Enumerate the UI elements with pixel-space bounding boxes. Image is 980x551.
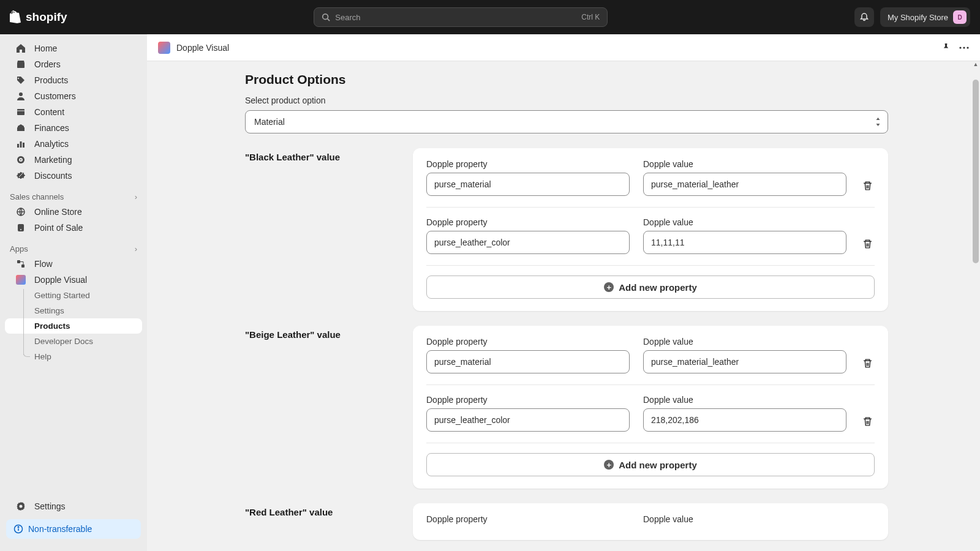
- more-icon: [959, 47, 969, 49]
- sidebar: Home Orders Products Customers Content F…: [0, 34, 147, 551]
- dopple-property-input[interactable]: [426, 408, 630, 432]
- trash-icon: [862, 416, 873, 427]
- shopify-bag-icon: [10, 10, 22, 24]
- svg-point-15: [20, 505, 23, 508]
- search-wrap: Search Ctrl K: [75, 7, 847, 27]
- scrollbar-thumb[interactable]: [973, 80, 979, 263]
- select-caret-icon: [875, 118, 881, 126]
- chevron-right-icon: ›: [135, 244, 137, 253]
- plus-circle-icon: +: [604, 460, 614, 470]
- marketing-icon: [15, 155, 27, 165]
- nav-finances[interactable]: Finances: [5, 120, 142, 136]
- section-heading: Product Options: [245, 70, 888, 96]
- svg-rect-6: [23, 143, 24, 148]
- delete-property-button[interactable]: [860, 358, 875, 373]
- value-title-red: "Red Leather" value: [245, 503, 398, 517]
- store-avatar: D: [953, 10, 967, 24]
- sub-settings[interactable]: Settings: [5, 303, 142, 318]
- svg-line-1: [328, 19, 330, 21]
- select-label: Select product option: [245, 96, 888, 105]
- finances-icon: [15, 123, 27, 133]
- main: Dopple Visual Product Options Select pro…: [147, 34, 980, 551]
- nav-discounts[interactable]: Discounts: [5, 168, 142, 184]
- nav-marketing[interactable]: Marketing: [5, 152, 142, 168]
- dopple-property-input[interactable]: [426, 231, 630, 254]
- add-property-button[interactable]: +Add new property: [426, 276, 875, 299]
- nav-flow[interactable]: Flow: [5, 256, 142, 272]
- sub-products[interactable]: Products: [5, 318, 142, 334]
- non-transferable-banner[interactable]: Non-transferable: [6, 519, 141, 539]
- apps-header[interactable]: Apps›: [0, 236, 147, 256]
- sales-channels-header[interactable]: Sales channels›: [0, 184, 147, 204]
- nav-products[interactable]: Products: [5, 72, 142, 88]
- svg-point-18: [18, 527, 19, 528]
- nav-pos[interactable]: Point of Sale: [5, 220, 142, 236]
- add-property-button[interactable]: +Add new property: [426, 453, 875, 476]
- dopple-property-input[interactable]: [426, 350, 630, 373]
- info-icon: [13, 524, 23, 534]
- notifications-button[interactable]: [854, 7, 874, 27]
- bell-icon: [859, 12, 869, 22]
- pos-icon: [15, 223, 27, 233]
- nav-online-store[interactable]: Online Store: [5, 204, 142, 220]
- top-bar: shopify Search Ctrl K My Shopify Store D: [0, 0, 980, 34]
- trash-icon: [862, 239, 873, 249]
- nav-settings[interactable]: Settings: [5, 498, 142, 514]
- page-header: Dopple Visual: [147, 34, 980, 61]
- dopple-icon: [15, 275, 27, 285]
- nav-orders[interactable]: Orders: [5, 56, 142, 72]
- sub-developer-docs[interactable]: Developer Docs: [5, 334, 142, 349]
- orders-icon: [15, 59, 27, 69]
- product-option-select[interactable]: Material: [245, 110, 888, 133]
- shopify-logo[interactable]: shopify: [10, 10, 67, 24]
- sub-help[interactable]: Help: [5, 349, 142, 364]
- nav-home[interactable]: Home: [5, 40, 142, 56]
- sub-getting-started[interactable]: Getting Started: [5, 288, 142, 303]
- top-right: My Shopify Store D: [854, 7, 970, 27]
- dopple-value-input[interactable]: [643, 173, 846, 196]
- content-icon: [15, 107, 27, 117]
- nav-dopple-visual[interactable]: Dopple Visual: [5, 272, 142, 288]
- pin-button[interactable]: [941, 43, 951, 52]
- store-name: My Shopify Store: [888, 13, 948, 22]
- dopple-value-input[interactable]: [643, 350, 846, 373]
- svg-point-20: [963, 47, 965, 48]
- svg-point-12: [20, 229, 21, 230]
- nav-content[interactable]: Content: [5, 104, 142, 120]
- svg-point-0: [323, 14, 328, 20]
- trash-icon: [862, 358, 873, 369]
- value-card: Dopple property Dopple value Dopp: [413, 148, 888, 311]
- more-button[interactable]: [959, 47, 969, 49]
- page-title: Dopple Visual: [176, 43, 229, 53]
- customers-icon: [15, 91, 27, 101]
- search-shortcut: Ctrl K: [581, 13, 600, 21]
- nav-analytics[interactable]: Analytics: [5, 136, 142, 152]
- products-icon: [15, 75, 27, 85]
- dopple-value-input[interactable]: [643, 231, 846, 254]
- search-placeholder: Search: [335, 13, 581, 22]
- value-card: Dopple property Dopple value Dopp: [413, 326, 888, 489]
- dopple-property-input[interactable]: [426, 173, 630, 196]
- scrollbar[interactable]: ▲: [971, 61, 980, 551]
- value-title-black: "Black Leather" value: [245, 148, 398, 162]
- flow-icon: [15, 259, 27, 269]
- discounts-icon: [15, 171, 27, 181]
- search-icon: [322, 13, 330, 21]
- content-scroll[interactable]: Product Options Select product option Ma…: [147, 61, 980, 551]
- svg-point-21: [967, 47, 968, 48]
- nav-customers[interactable]: Customers: [5, 88, 142, 104]
- delete-property-button[interactable]: [860, 416, 875, 432]
- home-icon: [15, 43, 27, 53]
- scroll-up-arrow-icon[interactable]: ▲: [973, 61, 979, 67]
- value-card: Dopple property Dopple value: [413, 503, 888, 540]
- dopple-value-input[interactable]: [643, 408, 846, 432]
- store-switcher[interactable]: My Shopify Store D: [880, 7, 970, 27]
- svg-rect-11: [18, 224, 24, 231]
- search-input[interactable]: Search Ctrl K: [314, 7, 608, 27]
- svg-rect-14: [21, 264, 24, 268]
- delete-property-button[interactable]: [860, 181, 875, 196]
- delete-property-button[interactable]: [860, 239, 875, 254]
- chevron-right-icon: ›: [135, 192, 137, 201]
- pin-icon: [941, 43, 951, 52]
- svg-point-2: [19, 92, 23, 96]
